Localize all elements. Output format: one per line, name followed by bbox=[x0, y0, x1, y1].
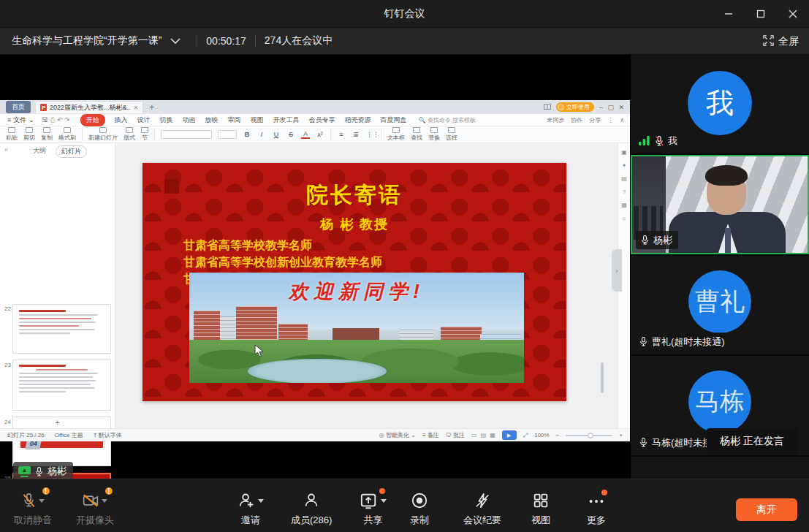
expand-pane-handle[interactable]: › bbox=[612, 249, 622, 292]
align-center-icon[interactable]: ≣ bbox=[352, 131, 360, 138]
ribbon-tab-slideshow[interactable]: 放映 bbox=[205, 115, 219, 125]
beautify-button[interactable]: ◎ 智能美化 ⌄ bbox=[379, 431, 416, 439]
wps-search[interactable]: 🔍 查找命令,搜索模板 bbox=[419, 116, 476, 124]
slide-thumbnail-23[interactable] bbox=[12, 360, 111, 411]
grid-view-icon bbox=[532, 492, 550, 509]
record-button[interactable]: 录制 bbox=[410, 491, 429, 527]
font-color-button[interactable]: A bbox=[301, 130, 310, 139]
participant-name: 我 bbox=[668, 134, 677, 148]
new-tab-button[interactable]: + bbox=[149, 102, 154, 113]
leave-meeting-button[interactable]: 离开 bbox=[736, 498, 797, 521]
wps-home-tab[interactable]: 首页 bbox=[6, 101, 31, 113]
layout-icon[interactable] bbox=[544, 104, 551, 111]
participant-tile-me[interactable]: 我 我 bbox=[631, 55, 809, 153]
maximize-button[interactable] bbox=[745, 0, 777, 28]
participant-tile-speaker[interactable]: 杨彬 bbox=[631, 155, 809, 254]
replace-button[interactable]: 替换 bbox=[428, 127, 440, 142]
ribbon-tab-netdisk[interactable]: 百度网盘 bbox=[381, 115, 407, 125]
camera-on-button[interactable]: ! 开摄像头 bbox=[76, 491, 114, 527]
zoom-in-button[interactable]: + bbox=[619, 432, 623, 438]
paste-button[interactable]: 粘贴 bbox=[6, 127, 18, 142]
slide-thumbnail-22[interactable] bbox=[12, 304, 111, 354]
underline-button[interactable]: U bbox=[272, 131, 281, 138]
bullet-list-icon[interactable]: ⋮⋮ bbox=[366, 131, 375, 138]
close-button[interactable] bbox=[777, 0, 809, 28]
collapse-ribbon-icon[interactable]: ∧ bbox=[620, 117, 624, 123]
select-button[interactable]: 选择 bbox=[446, 127, 457, 142]
use-now-pill[interactable]: 立即使用 bbox=[556, 102, 594, 112]
font-name-select[interactable] bbox=[161, 130, 212, 139]
image-pane-icon[interactable]: ▦ bbox=[621, 202, 627, 208]
ribbon-tab-docer[interactable]: 稻壳资源 bbox=[345, 115, 371, 125]
participant-tile-caoli[interactable]: 曹礼 曹礼(超时未接通) bbox=[631, 256, 809, 354]
strikethrough-button[interactable]: S bbox=[286, 131, 295, 138]
superscript-button[interactable]: x² bbox=[316, 131, 324, 138]
view-layout-button[interactable]: 视图 bbox=[531, 491, 550, 527]
caret-down-icon[interactable] bbox=[381, 499, 387, 503]
members-button[interactable]: 成员(286) bbox=[291, 491, 332, 527]
animation-pane-icon[interactable]: ▤ bbox=[621, 175, 627, 182]
caret-down-icon[interactable] bbox=[39, 499, 45, 503]
divider bbox=[82, 129, 83, 140]
format-painter-button[interactable]: 格式刷 bbox=[58, 127, 76, 142]
caret-down-icon[interactable] bbox=[102, 499, 107, 503]
chevron-down-icon[interactable] bbox=[170, 38, 181, 45]
invite-button[interactable]: 邀请 bbox=[238, 491, 264, 527]
ribbon-tab-review[interactable]: 审阅 bbox=[228, 115, 241, 125]
file-menu[interactable]: ≡ 文件 ⌄ bbox=[7, 115, 34, 125]
wps-document-tab[interactable]: P 2022届新生入学教...杨彬&.. ✕ bbox=[35, 101, 143, 113]
meeting-minutes-button[interactable]: 会议纪要 bbox=[463, 491, 501, 527]
zoom-slider[interactable] bbox=[566, 435, 612, 436]
unmute-button[interactable]: ! 取消静音 bbox=[14, 491, 52, 527]
current-slide[interactable]: 院长寄语 杨 彬 教授 甘肃省高等学校教学名师 甘肃省高等学校创新创业教育教学名… bbox=[143, 163, 566, 401]
textbox-button[interactable]: 文本框 bbox=[387, 127, 405, 142]
comments-button[interactable]: 🗨 批注 bbox=[446, 431, 465, 439]
collab-button[interactable]: 协作 bbox=[571, 116, 582, 124]
ribbon-tab-member[interactable]: 会员专享 bbox=[309, 115, 335, 125]
fit-zoom-icon[interactable]: ⤢ bbox=[523, 432, 528, 439]
new-slide-button[interactable]: 新建幻灯片 bbox=[88, 127, 118, 142]
canvas-scrollbar[interactable] bbox=[601, 362, 604, 393]
minimize-button[interactable] bbox=[713, 0, 745, 28]
ribbon-tab-animation[interactable]: 动画 bbox=[183, 115, 196, 125]
ribbon-tab-view[interactable]: 视图 bbox=[251, 115, 264, 125]
more-button[interactable]: 更多 bbox=[587, 491, 606, 527]
sync-status[interactable]: 未同步 bbox=[547, 116, 564, 124]
close-tab-icon[interactable]: ✕ bbox=[134, 104, 139, 111]
ribbon-tab-design[interactable]: 设计 bbox=[137, 115, 151, 125]
share-doc-button[interactable]: 分享 bbox=[589, 116, 601, 124]
properties-icon[interactable]: ▣ bbox=[621, 149, 627, 156]
notes-button[interactable]: ≡ 备注 bbox=[422, 431, 439, 439]
layout-button[interactable]: 版式 bbox=[124, 127, 135, 142]
bold-button[interactable]: B bbox=[243, 131, 251, 138]
align-left-icon[interactable]: ≡ bbox=[337, 131, 346, 138]
slides-tab[interactable]: 幻灯片 bbox=[56, 145, 87, 158]
share-screen-button[interactable]: 共享 bbox=[360, 491, 387, 527]
beautify-icon[interactable]: ✦ bbox=[622, 162, 627, 169]
caret-down-icon[interactable] bbox=[258, 499, 264, 503]
italic-button[interactable]: I bbox=[257, 131, 266, 138]
zoom-slider-knob[interactable] bbox=[588, 433, 593, 438]
view-mode-icons[interactable]: ▭▤▦ bbox=[471, 432, 495, 438]
ribbon-tab-transition[interactable]: 切换 bbox=[160, 115, 173, 125]
font-size-select[interactable] bbox=[218, 130, 237, 139]
copy-button[interactable]: 复制 bbox=[41, 127, 53, 142]
play-slideshow-button[interactable]: ▶ bbox=[502, 430, 517, 440]
more-menu-icon[interactable]: ⋮ bbox=[607, 117, 613, 123]
tips-icon[interactable]: ☼ bbox=[621, 215, 626, 221]
find-button[interactable]: 查找 bbox=[411, 127, 422, 142]
wps-min-max-close[interactable]: – ▢ ✕ bbox=[599, 104, 626, 111]
add-slide-button[interactable]: + bbox=[0, 418, 115, 427]
ribbon-tab-home[interactable]: 开始 bbox=[80, 114, 105, 126]
fullscreen-button[interactable]: 全屏 bbox=[763, 28, 799, 55]
help-icon[interactable]: ? bbox=[623, 189, 626, 195]
honor-line-2: 甘肃省高等学校创新创业教育教学名师 bbox=[183, 254, 382, 270]
record-icon bbox=[411, 492, 428, 509]
section-button[interactable]: 节 bbox=[141, 127, 148, 142]
quick-access-icons[interactable]: 🖫 ⎙ ↶ ↷ bbox=[42, 116, 70, 124]
zoom-out-button[interactable]: − bbox=[556, 432, 560, 438]
outline-tab[interactable]: 大纲 bbox=[28, 145, 51, 158]
cut-button[interactable]: 剪切 bbox=[23, 127, 35, 142]
ribbon-tab-devtools[interactable]: 开发工具 bbox=[273, 115, 300, 125]
ribbon-tab-insert[interactable]: 插入 bbox=[115, 115, 128, 125]
